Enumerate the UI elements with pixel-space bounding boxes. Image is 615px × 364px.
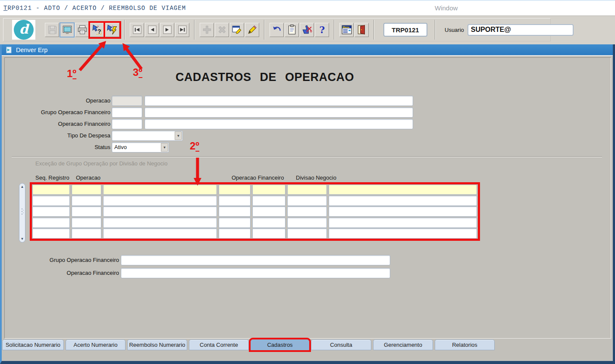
grid-cell[interactable] (219, 206, 251, 217)
chevron-down-icon[interactable]: ▼ (175, 131, 182, 140)
lock-record-button[interactable] (230, 23, 244, 37)
tab-consulta[interactable]: Consulta (311, 339, 371, 350)
grid-cell[interactable] (103, 184, 217, 195)
scroll-up-icon[interactable]: ▲ (19, 185, 25, 189)
tab-relatorios[interactable]: Relatorios (435, 339, 495, 350)
enter-query-button[interactable]: ? (90, 23, 104, 37)
grid-cell[interactable] (287, 218, 327, 228)
grid-cell[interactable] (32, 228, 70, 239)
grid-cell[interactable] (252, 206, 286, 217)
grid-cell[interactable] (252, 228, 286, 239)
hand-scissors-icon (301, 24, 313, 35)
menu-button[interactable]: Menu (339, 23, 354, 37)
grid-cell[interactable] (32, 218, 70, 228)
grupo-operacao-financeiro-desc-field[interactable] (144, 107, 413, 118)
grid-cell[interactable] (329, 184, 477, 195)
last-record-button[interactable] (175, 23, 189, 37)
grid-cell[interactable] (72, 228, 101, 239)
operacao-desc-field[interactable] (144, 96, 413, 106)
grid-scrollbar[interactable]: ▲ ▼ (19, 183, 25, 243)
grid-cell[interactable] (252, 218, 286, 228)
grid-column-header: Operacao (76, 174, 100, 181)
window-menu[interactable]: Window (435, 4, 458, 12)
grid-cell[interactable] (32, 196, 70, 206)
grid-cell[interactable] (329, 218, 477, 228)
undo-button[interactable] (270, 23, 284, 37)
grid-cell[interactable] (252, 184, 286, 195)
window-edit-icon (232, 24, 243, 35)
monitor-icon (62, 24, 73, 35)
display-button[interactable] (60, 23, 74, 37)
grid-cell[interactable] (329, 206, 477, 217)
grid-cell[interactable] (219, 228, 251, 239)
query-lightning-icon (107, 24, 118, 35)
tab-gerenciamento[interactable]: Gerenciamento (373, 339, 433, 350)
lower-operacao-financeiro-field[interactable] (121, 268, 390, 278)
grid-cell[interactable] (219, 218, 251, 228)
operacao-financeiro-desc-field[interactable] (144, 119, 413, 129)
grid-column-header: Divisao Negocio (296, 174, 336, 181)
toolbar-group (130, 23, 189, 37)
svg-text:?: ? (319, 25, 325, 35)
grid-cell[interactable] (72, 206, 101, 217)
previous-record-button[interactable] (145, 23, 159, 37)
denver-erp-window-icon (6, 47, 13, 53)
grid-cell[interactable] (287, 184, 327, 195)
scroll-down-icon[interactable]: ▼ (19, 237, 25, 241)
status-combo[interactable]: Ativo ▼ (112, 142, 169, 152)
chevron-down-icon[interactable]: ▼ (161, 143, 168, 152)
first-record-button[interactable] (130, 23, 144, 37)
grid-cell[interactable] (72, 196, 101, 206)
grupo-operacao-financeiro-code-field[interactable] (112, 107, 142, 118)
tab-cadastros[interactable]: Cadastros (251, 339, 309, 350)
printer-icon (77, 24, 88, 35)
usuario-field[interactable]: SUPORTE@ (468, 24, 574, 36)
window-content: CADASTROS DE OPERACAO Operacao Grupo Ope… (2, 56, 613, 360)
grid-cell[interactable] (103, 196, 217, 206)
grid-cell[interactable] (72, 184, 101, 195)
insert-record-button[interactable] (200, 23, 214, 37)
grid-cell[interactable] (32, 206, 70, 217)
tab-solicitacao-numerario[interactable]: Solicitacao Numerario (2, 339, 64, 350)
svg-text:?: ? (97, 28, 101, 35)
clipboard-button[interactable] (285, 23, 299, 37)
first-record-icon (132, 24, 143, 35)
scrollbar-thumb[interactable] (22, 208, 22, 209)
next-record-button[interactable] (160, 23, 174, 37)
tab-reembolso-numerario[interactable]: Reembolso Numerario (127, 339, 187, 350)
grid-cell[interactable] (329, 196, 477, 206)
grid-cell[interactable] (32, 184, 70, 195)
exit-button[interactable] (355, 23, 369, 37)
tab-acerto-numerario[interactable]: Acerto Numerario (66, 339, 126, 350)
tipo-de-despesa-combo[interactable]: ▼ (112, 131, 183, 141)
grid-cell[interactable] (103, 228, 217, 239)
svg-text:Menu: Menu (342, 26, 349, 28)
grid-cell[interactable] (219, 196, 251, 206)
pencil-icon (247, 24, 258, 35)
grid-cell[interactable] (103, 206, 217, 217)
delete-record-button[interactable] (215, 23, 229, 37)
grid-cell[interactable] (329, 228, 477, 239)
lower-grupo-operacao-financeiro-field[interactable] (121, 255, 390, 265)
operacao-financeiro-code-field[interactable] (112, 119, 142, 129)
grid-cell[interactable] (252, 196, 286, 206)
grid-cell[interactable] (219, 184, 251, 195)
operacao-code-field[interactable] (112, 96, 142, 106)
edit-field-button[interactable] (245, 23, 259, 37)
cross-icon (217, 24, 228, 35)
grid-cell[interactable] (287, 206, 327, 217)
grid-cell[interactable] (103, 218, 217, 228)
grid-cell[interactable] (287, 228, 327, 239)
module-code-field[interactable]: TRP0121 (383, 23, 427, 37)
save-button[interactable] (45, 23, 59, 37)
grid-cell[interactable] (72, 218, 101, 228)
toolbar-separator (264, 20, 265, 40)
grid-cell[interactable] (287, 196, 327, 206)
print-button[interactable] (75, 23, 89, 37)
tab-conta-corrente[interactable]: Conta Corrente (189, 339, 249, 350)
question-mark-icon: ? (317, 24, 328, 35)
help-button[interactable]: ? (315, 23, 329, 37)
execute-query-button[interactable] (105, 23, 119, 37)
page-title: CADASTROS DE OPERACAO (140, 71, 390, 84)
cut-button[interactable] (300, 23, 314, 37)
